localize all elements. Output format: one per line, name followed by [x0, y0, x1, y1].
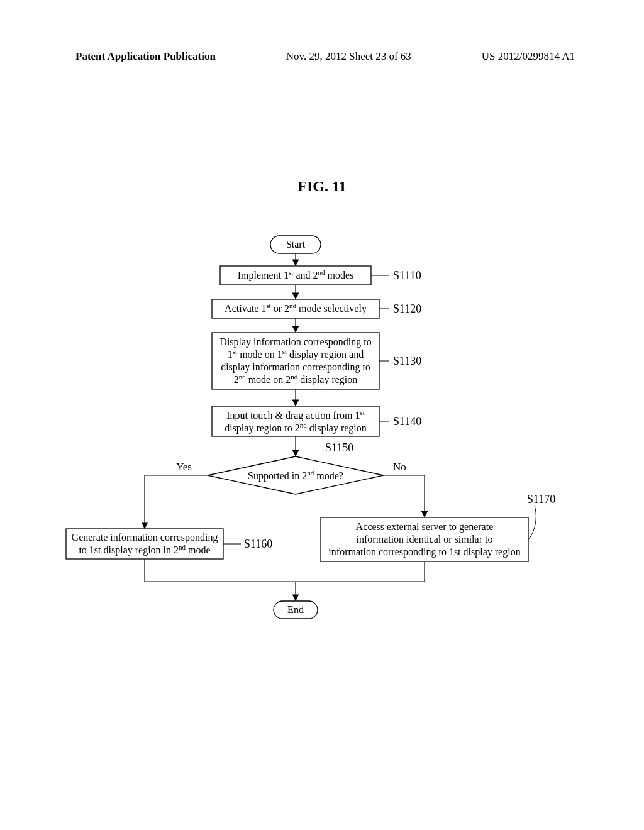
page-header: Patent Application Publication Nov. 29, … [75, 50, 575, 63]
branch-no: No [393, 461, 406, 473]
svg-text:information identical or simil: information identical or similar to [357, 534, 493, 545]
ref-s1160: S1160 [244, 538, 272, 550]
svg-text:information corresponding to 1: information corresponding to 1st display… [328, 546, 520, 558]
step-s1160: Generate information corresponding to 1s… [66, 529, 223, 559]
svg-text:Implement 1st and 2nd modes: Implement 1st and 2nd modes [238, 268, 354, 281]
ref-s1150: S1150 [325, 441, 353, 454]
svg-text:display information correspond: display information corresponding to [221, 362, 370, 373]
figure-title: FIG. 11 [0, 178, 644, 195]
header-left: Patent Application Publication [75, 50, 216, 63]
svg-text:to 1st display region in 2nd m: to 1st display region in 2nd mode [79, 543, 210, 556]
svg-text:Generate information correspon: Generate information corresponding [72, 532, 218, 543]
step-s1130: Display information corresponding to 1st… [212, 333, 379, 389]
svg-text:Activate 1st or 2nd mode selec: Activate 1st or 2nd mode selectively [225, 302, 367, 314]
svg-text:display region to 2nd display : display region to 2nd display region [225, 421, 367, 434]
step-s1140: Input touch & drag action from 1st displ… [212, 406, 379, 436]
step-s1120: Activate 1st or 2nd mode selectively [212, 299, 379, 318]
branch-yes: Yes [176, 461, 192, 473]
end-node: End [274, 601, 318, 619]
ref-s1130: S1130 [393, 355, 421, 367]
svg-text:1st mode on 1st display region: 1st mode on 1st display region and [228, 348, 364, 360]
step-s1110: Implement 1st and 2nd modes [220, 266, 371, 285]
svg-text:Input touch & drag action from: Input touch & drag action from 1st [226, 409, 365, 421]
start-node: Start [270, 236, 321, 253]
ref-s1140: S1140 [393, 415, 421, 428]
step-s1170: Access external server to generate infor… [321, 517, 528, 562]
svg-text:Access external server to gene: Access external server to generate [356, 521, 494, 533]
svg-text:2nd mode on 2nd display region: 2nd mode on 2nd display region [234, 373, 358, 385]
decision-s1150: Supported in 2nd mode? [208, 456, 384, 494]
svg-text:Supported in 2nd mode?: Supported in 2nd mode? [248, 469, 343, 482]
ref-s1120: S1120 [393, 302, 421, 315]
end-label: End [287, 604, 304, 615]
ref-s1110: S1110 [393, 269, 421, 282]
header-center: Nov. 29, 2012 Sheet 23 of 63 [286, 50, 411, 63]
svg-text:Display information correspond: Display information corresponding to [219, 336, 371, 348]
ref-s1170: S1170 [527, 493, 555, 506]
header-right: US 2012/0299814 A1 [482, 50, 575, 63]
start-label: Start [286, 239, 306, 250]
flowchart: Start Implement 1st and 2nd modes S1110 … [63, 220, 581, 660]
